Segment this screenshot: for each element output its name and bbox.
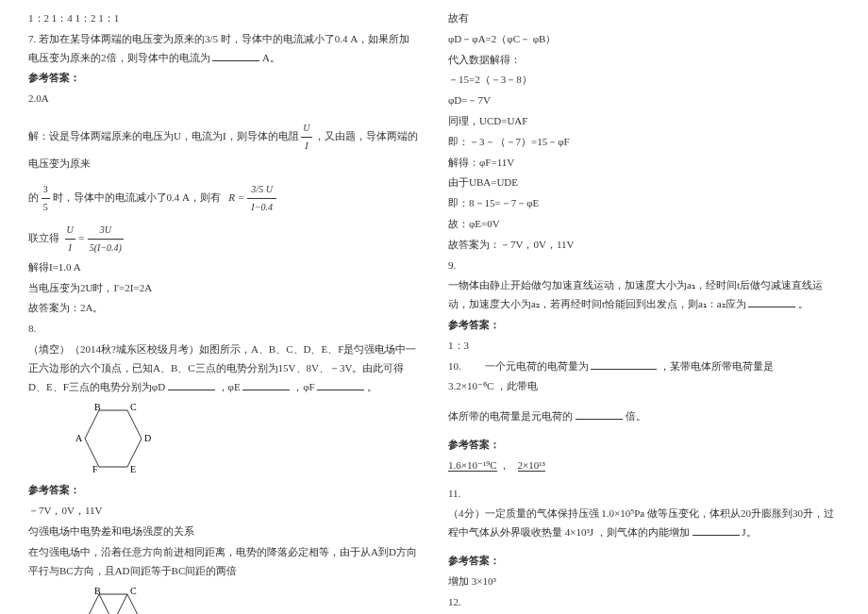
frac-35: 35 (42, 181, 50, 216)
question-7: 7. 若加在某导体两端的电压变为原来的3/5 时，导体中的电流减小了0.4 A，… (28, 30, 420, 68)
svg-marker-0 (85, 410, 142, 467)
q10-e: 倍。 (626, 410, 646, 422)
r10: 即：8－15=－7－φE (448, 194, 840, 213)
a10-b: 2×10¹³ (518, 459, 545, 472)
q11-blank (693, 524, 740, 536)
hexagon-diagram-2: B C D E F A (66, 585, 160, 614)
q10-d: 体所带的电荷量是元电荷的 (448, 410, 573, 422)
svg-marker-1 (85, 594, 142, 614)
hex2-label-b: B (94, 586, 101, 596)
q8-blank3 (317, 379, 364, 390)
q8-e: ，φE (218, 381, 241, 392)
hex2-label-c: C (130, 586, 137, 596)
right-column: 故有 φD－φA=2（φC－ φB） 代入数据解得： －15=2（－3－8） φ… (434, 9, 854, 605)
r9: 由于UBA=UDE (448, 174, 840, 192)
r6: 同理，UCD=UAF (448, 112, 840, 131)
frac-eq2: 3U 5(I−0.4) (88, 222, 124, 257)
q10-c: ，此带电 (496, 380, 538, 391)
hex-label-c: C (130, 402, 137, 412)
a8-explain-2: 在匀强电场中，沿着任意方向前进相同距离，电势的降落必定相等，由于从A到D方向平行… (28, 543, 420, 581)
a7-exp1a: 解：设是导体两端原来的电压为U，电流为I，则导体的电阻 (28, 130, 299, 141)
question-10-line2: 3.2×10⁻⁶C ，此带电 (448, 377, 840, 396)
hex-label-f: F (92, 464, 98, 474)
hex-label-e: E (130, 464, 136, 474)
a9-val: 1：3 (448, 337, 840, 356)
svg-line-4 (99, 594, 127, 614)
q8-end: 。 (367, 381, 377, 392)
q11-a: （4分）一定质量的气体保持压强 (448, 507, 599, 519)
question-8-num: 8. (28, 320, 420, 339)
r5: φD=－7V (448, 91, 840, 110)
a11-a: 增加 (448, 575, 469, 587)
hex-label-d: D (144, 433, 151, 443)
r4: －15=2（－3－8） (448, 71, 840, 90)
r8: 解得：φF=11V (448, 154, 840, 173)
question-9-num: 9. (448, 257, 840, 275)
q8-blank2 (242, 379, 290, 390)
a8-explain-1: 匀强电场中电势差和电场强度的关系 (28, 523, 420, 541)
q11-d: J。 (742, 526, 756, 538)
a10-a: 1.6×10⁻¹⁹C (448, 459, 497, 472)
q11-val1: 1.0×10⁵Pa (601, 507, 644, 519)
answer-label-11: 参考答案： (448, 552, 840, 571)
left-column: 1：2 1：4 1：2 1：1 7. 若加在某导体两端的电压变为原来的3/5 时… (14, 9, 434, 605)
q9-end: 。 (798, 298, 809, 309)
q10-val: 3.2×10⁻⁶C (448, 380, 493, 391)
a7-explain-2: 的 35 时，导体中的电流减小了0.4 A，则有 R = 3/5 U I−0.4 (28, 181, 420, 216)
r7: 即：－3－（－7）=15－φF (448, 133, 840, 152)
q7-blank (212, 50, 259, 61)
q7-unit: A。 (262, 52, 280, 63)
question-9-text: 一物体由静止开始做匀加速直线运动，加速度大小为a₁，经时间t后做匀减速直线运动，… (448, 276, 840, 314)
hexagon-diagram-1: B C D E F A (66, 401, 160, 476)
question-10: 10. 一个元电荷的电荷量为 ，某带电体所带电荷量是 (448, 357, 840, 376)
q8-f: ，φF (292, 381, 314, 392)
hex-label-b: B (94, 402, 101, 412)
a10-sep: ， (499, 459, 509, 471)
a10: 1.6×10⁻¹⁹C ， 2×10¹³ (448, 456, 840, 475)
question-11-text: （4分）一定质量的气体保持压强 1.0×10⁵Pa 做等压变化，体积从20升膨胀… (448, 505, 840, 542)
a7-exp2b: 时，导体中的电流减小了0.4 A，则有 (53, 191, 221, 203)
a7-explain-1: 解：设是导体两端原来的电压为U，电流为I，则导体的电阻 UI ，又由题，导体两端… (28, 120, 420, 174)
q8-blank1 (168, 379, 215, 390)
a8-val: －7V，0V，11V (28, 502, 420, 521)
a7-explain-5: 当电压变为2U时，I'=2I=2A (28, 279, 420, 298)
a7-exp3: 联立得 (28, 232, 59, 243)
question-11-num: 11. (448, 485, 840, 504)
a7-explain-4: 解得I=1.0 A (28, 258, 420, 277)
a7-explain-6: 故答案为：2A。 (28, 299, 420, 318)
line-ratio: 1：2 1：4 1：2 1：1 (28, 9, 420, 28)
question-12-num: 12. (448, 593, 840, 612)
r1: 故有 (448, 9, 840, 28)
a11-b: 3×10³ (472, 575, 496, 587)
r12: 故答案为：－7V，0V，11V (448, 236, 840, 255)
equals: = (77, 232, 87, 243)
question-10-line3: 体所带的电荷量是元电荷的 倍。 (448, 407, 840, 426)
q10-blank2 (576, 408, 623, 420)
frac-complex: 3/5 U I−0.4 (247, 181, 277, 216)
answer-label-9: 参考答案： (448, 316, 840, 335)
q10-blank1 (591, 358, 657, 370)
answer-label-7: 参考答案： (28, 69, 420, 88)
r11: 故：φE=0V (448, 215, 840, 234)
a7-val: 2.0A (28, 90, 420, 108)
q10-b: ，某带电体所带电荷量是 (659, 360, 774, 372)
a7-exp2a: 的 (28, 191, 39, 203)
frac-r-ui: UI (301, 120, 311, 155)
q11-val2: 4×10³J (565, 526, 593, 538)
hex-label-a: A (75, 433, 83, 443)
formula-r2: R = (228, 191, 247, 203)
answer-label-8: 参考答案： (28, 481, 420, 500)
q9-blank (748, 296, 795, 307)
r2: φD－φA=2（φC－ φB） (448, 30, 840, 49)
q10-a: 10. 一个元电荷的电荷量为 (448, 360, 589, 372)
svg-line-3 (99, 594, 127, 614)
a11: 增加 3×10³ (448, 573, 840, 591)
question-8-text: （填空）（2014秋?城东区校级月考）如图所示，A、B、C、D、E、F是匀强电场… (28, 340, 420, 396)
r3: 代入数据解得： (448, 51, 840, 70)
answer-label-10: 参考答案： (448, 436, 840, 455)
frac-eq: UI (65, 222, 75, 257)
q11-c: ，则气体的内能增加 (596, 526, 690, 538)
a7-explain-3: 联立得 UI = 3U 5(I−0.4) (28, 222, 420, 257)
